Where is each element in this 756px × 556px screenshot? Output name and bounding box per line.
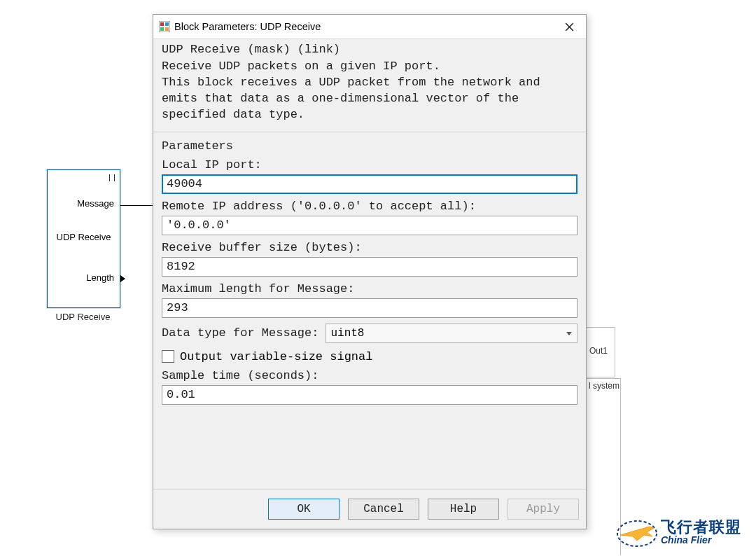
- help-button[interactable]: Help: [428, 499, 499, 520]
- svg-rect-3: [160, 27, 164, 31]
- out1-label: Out1: [589, 346, 608, 356]
- subsystem-label: l system: [589, 381, 620, 391]
- block-port-message: Message: [77, 198, 114, 209]
- logo-text-en: China Flier: [661, 535, 741, 545]
- max-length-input[interactable]: [162, 298, 578, 318]
- apply-button: Apply: [507, 499, 579, 520]
- plane-icon: [616, 511, 658, 553]
- ok-button[interactable]: OK: [268, 499, 340, 520]
- button-bar: OK Cancel Help Apply: [153, 489, 586, 529]
- local-ip-port-label: Local IP port:: [162, 158, 578, 172]
- output-varsize-checkbox[interactable]: [162, 350, 174, 363]
- block-port-length: Length: [86, 272, 114, 283]
- output-varsize-label: Output variable-size signal: [180, 350, 372, 363]
- watermark-logo: 飞行者联盟 China Flier: [616, 511, 756, 553]
- udp-receive-block[interactable]: Message UDP Receive Length: [47, 169, 120, 308]
- output-varsize-row[interactable]: Output variable-size signal: [162, 350, 578, 363]
- app-icon: [159, 21, 170, 32]
- buffer-size-input[interactable]: [162, 257, 578, 277]
- output-arrow-icon: [120, 275, 125, 282]
- data-type-dropdown[interactable]: uint8: [326, 324, 578, 343]
- remote-ip-input[interactable]: [162, 216, 578, 235]
- parameters-section: Parameters Local IP port: Remote IP addr…: [153, 132, 586, 408]
- local-ip-port-input[interactable]: [162, 174, 578, 194]
- buffer-size-label: Receive buffer size (bytes):: [162, 241, 578, 254]
- signal-wire: [120, 205, 155, 206]
- close-button[interactable]: [554, 15, 584, 39]
- block-center-label: UDP Receive: [48, 232, 120, 242]
- svg-rect-4: [165, 27, 169, 31]
- sample-time-label: Sample time (seconds):: [162, 369, 578, 382]
- parameters-title: Parameters: [162, 139, 578, 153]
- block-tick-icon: [109, 174, 115, 181]
- max-length-label: Maximum length for Message:: [162, 282, 578, 296]
- data-type-value: uint8: [330, 327, 364, 340]
- block-parameters-dialog: Block Parameters: UDP Receive UDP Receiv…: [153, 14, 587, 529]
- mask-description: Receive UDP packets on a given IP port. …: [153, 56, 586, 132]
- mask-header: UDP Receive (mask) (link): [153, 39, 586, 56]
- dialog-body: UDP Receive (mask) (link) Receive UDP pa…: [153, 39, 586, 529]
- window-title: Block Parameters: UDP Receive: [174, 21, 554, 32]
- remote-ip-label: Remote IP address ('0.0.0.0' to accept a…: [162, 200, 578, 213]
- cancel-button[interactable]: Cancel: [348, 499, 419, 520]
- block-caption: UDP Receive: [47, 312, 119, 322]
- svg-rect-1: [160, 22, 164, 26]
- sample-time-input[interactable]: [162, 385, 578, 405]
- logo-text-cn: 飞行者联盟: [661, 519, 741, 535]
- out1-block[interactable]: Out1: [587, 327, 615, 377]
- titlebar[interactable]: Block Parameters: UDP Receive: [153, 15, 586, 39]
- svg-rect-2: [165, 22, 169, 26]
- data-type-label: Data type for Message:: [162, 326, 318, 340]
